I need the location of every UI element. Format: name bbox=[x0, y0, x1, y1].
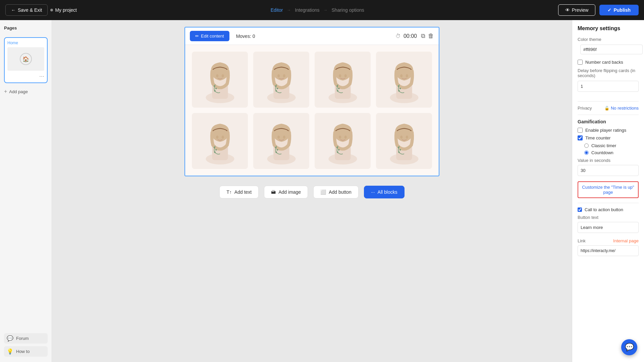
classic-timer-radio[interactable] bbox=[584, 143, 589, 148]
edit-content-label: Edit content bbox=[201, 34, 224, 39]
home-icon: 🏠 bbox=[20, 53, 32, 65]
save-exit-label: Save & Exit bbox=[18, 7, 42, 13]
howto-label: How to bbox=[16, 349, 30, 354]
all-blocks-label: All blocks bbox=[378, 189, 397, 195]
add-image-button[interactable]: 🏔 Add image bbox=[264, 186, 308, 198]
home-page-thumb[interactable]: Home 🏠 ··· bbox=[4, 37, 48, 83]
right-panel: Memory settings Color theme Number card … bbox=[572, 20, 644, 362]
divider-2 bbox=[578, 115, 639, 115]
edit-content-button[interactable]: ✏ Edit content bbox=[190, 31, 229, 41]
add-button-label: Add button bbox=[329, 189, 352, 195]
memory-grid bbox=[185, 45, 439, 176]
preview-label: Preview bbox=[572, 7, 589, 13]
button-icon: ⬜ bbox=[320, 189, 326, 195]
time-counter-checkbox[interactable] bbox=[578, 135, 583, 140]
link-row: Link Internal page bbox=[578, 238, 639, 243]
project-name-area: My project bbox=[50, 7, 77, 13]
call-to-action-checkbox[interactable] bbox=[578, 207, 582, 212]
number-card-backs-checkbox[interactable] bbox=[578, 60, 583, 65]
svg-point-3 bbox=[216, 74, 218, 77]
add-text-button[interactable]: T↑ Add text bbox=[219, 186, 259, 198]
save-exit-button[interactable]: ← Save & Exit bbox=[5, 4, 48, 16]
step-editor[interactable]: Editor bbox=[271, 7, 283, 13]
step-sharing[interactable]: Sharing options bbox=[332, 7, 364, 13]
svg-point-28 bbox=[406, 74, 408, 77]
canvas-action-icons: ⧉ 🗑 bbox=[421, 33, 434, 40]
link-label: Link bbox=[578, 238, 586, 243]
memory-card-7[interactable] bbox=[312, 110, 373, 172]
memory-card-inner-6 bbox=[253, 113, 309, 169]
memory-card-6[interactable] bbox=[251, 110, 312, 172]
preview-button[interactable]: 👁 Preview bbox=[558, 4, 596, 16]
copy-canvas-button[interactable]: ⧉ bbox=[421, 33, 425, 40]
color-theme-label: Color theme bbox=[578, 37, 639, 42]
color-input[interactable] bbox=[580, 45, 643, 54]
memory-card-inner-5 bbox=[192, 113, 248, 169]
chat-fab-button[interactable]: 💬 bbox=[621, 339, 637, 355]
memory-card-8[interactable] bbox=[373, 110, 435, 172]
lady-illustration-6 bbox=[258, 117, 305, 165]
pencil-icon: ✏ bbox=[195, 34, 199, 39]
arrow-2: → bbox=[324, 8, 328, 12]
howto-tool[interactable]: 💡 How to bbox=[4, 346, 48, 357]
gamification-title: Gamification bbox=[578, 119, 639, 124]
svg-point-29 bbox=[398, 85, 399, 87]
memory-card-2[interactable] bbox=[251, 49, 312, 110]
call-to-action-row: Call to action button bbox=[578, 207, 639, 212]
add-button-button[interactable]: ⬜ Add button bbox=[313, 186, 359, 198]
publish-label: Publish bbox=[613, 7, 631, 13]
add-text-label: Add text bbox=[234, 189, 252, 195]
page-more-icon[interactable]: ··· bbox=[39, 73, 44, 80]
value-seconds-input[interactable] bbox=[578, 165, 639, 176]
countdown-row: Countdown bbox=[584, 150, 639, 155]
classic-timer-row: Classic timer bbox=[584, 143, 639, 148]
memory-card-4[interactable] bbox=[373, 49, 435, 110]
lady-illustration-4 bbox=[380, 56, 428, 104]
svg-point-55 bbox=[337, 151, 338, 153]
svg-point-37 bbox=[214, 146, 215, 148]
home-page-label: Home bbox=[7, 41, 18, 45]
button-text-input[interactable] bbox=[578, 222, 639, 233]
svg-point-47 bbox=[275, 151, 277, 153]
internal-link[interactable]: Internal page bbox=[613, 238, 639, 243]
divider-3 bbox=[578, 203, 639, 203]
add-image-label: Add image bbox=[278, 189, 301, 195]
time-counter-row: Time counter bbox=[578, 135, 639, 140]
forum-icon: 💬 bbox=[7, 335, 13, 342]
svg-point-5 bbox=[214, 85, 215, 87]
publish-button[interactable]: ✓ Publish bbox=[599, 5, 639, 15]
svg-point-27 bbox=[400, 74, 402, 77]
customize-time-up-link[interactable]: Customize the "Time is up" page bbox=[578, 181, 639, 198]
main-layout: Pages Home 🏠 ··· + Add page 💬 Forum 💡 Ho… bbox=[0, 20, 644, 362]
memory-card-1[interactable] bbox=[189, 49, 251, 110]
no-restrictions-link[interactable]: 🔓 No restrictions bbox=[604, 106, 639, 111]
svg-point-22 bbox=[338, 87, 339, 89]
add-page-label: Add page bbox=[9, 89, 28, 94]
trash-icon: 🗑 bbox=[428, 33, 434, 39]
step-integrations[interactable]: Integrations bbox=[295, 7, 319, 13]
topnav-left: ← Save & Exit My project bbox=[5, 4, 77, 16]
add-page-button[interactable]: + Add page bbox=[4, 87, 48, 96]
memory-card-3[interactable] bbox=[312, 49, 373, 110]
canvas-topbar: ✏ Edit content Moves: 0 ⏱ 00:00 ⧉ 🗑 bbox=[185, 27, 439, 45]
svg-point-59 bbox=[400, 135, 402, 138]
forum-label: Forum bbox=[16, 336, 29, 341]
classic-timer-label: Classic timer bbox=[591, 143, 616, 148]
delete-canvas-button[interactable]: 🗑 bbox=[428, 33, 434, 40]
number-card-backs-row: Number card backs bbox=[578, 60, 639, 65]
svg-point-36 bbox=[221, 135, 224, 138]
url-input[interactable] bbox=[578, 245, 639, 256]
lady-illustration-5 bbox=[196, 117, 244, 165]
enable-ratings-checkbox[interactable] bbox=[578, 128, 583, 133]
countdown-radio[interactable] bbox=[584, 150, 589, 155]
forum-tool[interactable]: 💬 Forum bbox=[4, 333, 48, 344]
all-blocks-button[interactable]: ··· All blocks bbox=[364, 186, 405, 198]
svg-point-62 bbox=[399, 149, 401, 150]
color-row bbox=[578, 45, 639, 54]
svg-point-38 bbox=[215, 149, 217, 150]
home-page-preview: 🏠 bbox=[7, 47, 44, 71]
timer-icon: ⏱ bbox=[395, 33, 401, 39]
svg-point-31 bbox=[398, 90, 400, 92]
memory-card-5[interactable] bbox=[189, 110, 251, 172]
delay-input[interactable] bbox=[578, 81, 639, 92]
